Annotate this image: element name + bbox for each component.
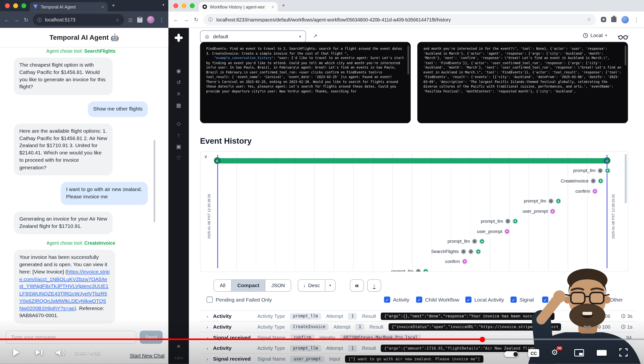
checkbox-unchecked[interactable] <box>206 297 213 303</box>
timeline-event[interactable]: prompt_llm ◆ <box>524 198 561 204</box>
forward-icon[interactable]: → <box>14 17 19 22</box>
event-completed-icon[interactable]: ◆ <box>479 238 485 244</box>
chat-transcript[interactable]: Agent chose tool: SearchFlights The chea… <box>0 47 168 329</box>
download-history-button[interactable]: ↓ <box>367 279 381 292</box>
timeline-event[interactable]: SearchFlights ◆ <box>431 248 481 255</box>
temporal-logo-icon[interactable] <box>175 34 183 42</box>
address-bar[interactable]: ⓘ localhost:5173 ☆ <box>33 14 124 25</box>
address-bar[interactable]: ⓘ localhost:8233/namespaces/default/work… <box>203 14 596 25</box>
upload-icon[interactable]: ↑ <box>177 132 180 138</box>
checkbox-checked[interactable]: ✓ <box>510 297 517 303</box>
workflow-input-panel[interactable]: FindEvents: Find an event to travel to 2… <box>200 42 411 123</box>
signal-marker-icon[interactable]: ◆ <box>504 228 510 234</box>
timeline-event[interactable]: user_prompt ◆ <box>522 208 555 214</box>
site-info-icon[interactable]: ⓘ <box>37 18 42 22</box>
schedules-clock-icon[interactable]: ↺ <box>176 80 181 85</box>
side-panel-icon[interactable]: ◫ <box>128 18 133 22</box>
event-scheduled-icon[interactable] <box>548 198 554 204</box>
sort-desc-button[interactable]: ↓ Desc <box>298 280 325 291</box>
filter-signal[interactable]: ✓ Signal <box>510 297 534 303</box>
sort-chevron-icon[interactable]: ▾ <box>325 280 335 291</box>
back-icon[interactable]: ← <box>174 17 179 22</box>
browser-tab-temporal-agent[interactable]: Temporal AI Agent × <box>30 2 108 12</box>
settings-gear-icon[interactable]: ⚙HD <box>551 348 558 357</box>
timeline-event[interactable]: confirm ◆ <box>445 258 468 264</box>
collapse-chevron-icon[interactable]: ∨ <box>204 154 208 159</box>
window-close-button[interactable] <box>174 3 178 8</box>
event-completed-icon[interactable]: ◆ <box>605 168 610 173</box>
window-close-button[interactable] <box>5 3 10 8</box>
feedback-heart-icon[interactable]: ♡ <box>176 155 181 160</box>
event-ids[interactable]: 99 100 <box>595 324 610 330</box>
filter-activity[interactable]: ✓ Activity <box>384 297 409 303</box>
row-expand-icon[interactable]: › <box>206 324 208 329</box>
event-completed-icon[interactable]: ◆ <box>512 218 518 224</box>
menu-kebab-icon[interactable]: ⋮ <box>159 17 164 22</box>
autoplay-toggle[interactable] <box>504 351 518 357</box>
play-icon[interactable] <box>12 348 20 357</box>
forward-icon[interactable]: → <box>184 17 189 22</box>
table-row[interactable]: › Activity Activity Type prompt_llm Atte… <box>200 310 636 321</box>
archive-icon[interactable]: ▦ <box>176 102 181 108</box>
workflow-result-panel[interactable]: and month you're interested in for the e… <box>418 42 628 123</box>
event-started-icon[interactable] <box>468 248 474 254</box>
panel-scrollbar[interactable] <box>625 46 626 66</box>
extensions-icon[interactable] <box>611 17 616 22</box>
volume-icon[interactable] <box>56 349 66 356</box>
event-scheduled-icon[interactable] <box>472 238 478 244</box>
bookmark-star-icon[interactable]: ☆ <box>116 18 119 22</box>
checkbox-checked[interactable]: ✓ <box>384 297 390 303</box>
filter-child-workflow[interactable]: ✓ Child Workflow <box>416 297 459 303</box>
timeline-event[interactable]: prompt_llm ◆ <box>448 238 485 244</box>
window-minimize-button[interactable] <box>13 3 18 8</box>
menu-kebab-icon[interactable]: ⋮ <box>634 17 639 22</box>
tab-close-icon[interactable]: × <box>272 5 274 9</box>
checkbox-checked[interactable]: ✓ <box>601 297 607 303</box>
theater-mode-icon[interactable] <box>596 350 607 356</box>
extensions-icon[interactable] <box>137 17 142 22</box>
event-scheduled-icon[interactable] <box>416 268 421 272</box>
checkbox-checked[interactable]: ✓ <box>466 297 472 303</box>
new-tab-button[interactable]: + <box>112 2 115 8</box>
invoice-link[interactable]: https://invoice.stripe.com/i/acct_1NBOLu… <box>19 269 110 311</box>
next-icon[interactable] <box>35 349 44 356</box>
event-scheduled-icon[interactable] <box>505 218 510 224</box>
profile-avatar[interactable] <box>621 16 629 23</box>
data-encoder-glasses-icon[interactable] <box>618 34 628 40</box>
table-row[interactable]: › Activity Activity Type CreateInvoice A… <box>200 321 636 332</box>
window-zoom-button[interactable] <box>22 3 26 8</box>
progress-scrubber[interactable] <box>480 337 485 342</box>
url-text[interactable]: localhost:8233/namespaces/default/workfl… <box>216 17 583 22</box>
filter-other[interactable]: ✓ Other <box>601 297 623 303</box>
fullscreen-icon[interactable] <box>619 348 628 357</box>
url-text[interactable]: localhost:5173 <box>45 17 112 22</box>
batch-layers-icon[interactable]: ≡ <box>177 91 180 96</box>
captions-button[interactable]: CC <box>528 349 539 357</box>
window-zoom-button[interactable] <box>190 3 195 8</box>
checkbox-checked[interactable]: ✓ <box>542 297 548 303</box>
signal-marker-icon[interactable]: ◆ <box>550 208 555 214</box>
filter-timer[interactable]: ✓ Timer <box>542 297 564 303</box>
workflow-duration-bar[interactable] <box>217 158 607 164</box>
tab-search-icon[interactable]: ▾ <box>162 3 164 7</box>
labs-image-icon[interactable]: ▣ <box>176 144 181 149</box>
timeline-event[interactable]: CreateInvoice ◆ <box>560 177 603 184</box>
event-completed-icon[interactable]: ◆ <box>476 248 481 254</box>
table-row[interactable]: › Signal received Signal Name confirm Id… <box>200 332 636 342</box>
send-button[interactable]: Send <box>140 330 162 344</box>
timeline-event[interactable]: prompt_llm ◆ <box>573 167 610 174</box>
checkbox-checked[interactable]: ✓ <box>416 297 422 303</box>
event-ids[interactable]: 105 106 <box>592 313 610 319</box>
codec-cube-icon[interactable]: ◇ <box>176 121 181 126</box>
timeline-event[interactable]: prompt_llm ◆ <box>391 268 428 272</box>
event-scheduled-icon[interactable] <box>461 248 466 254</box>
pinned-extension-icon[interactable] <box>601 17 606 22</box>
window-minimize-button[interactable] <box>182 3 186 8</box>
miniplayer-icon[interactable] <box>574 349 584 356</box>
new-tab-button[interactable]: + <box>282 2 285 8</box>
chat-scrollbar[interactable] <box>154 140 156 222</box>
event-completed-icon[interactable]: ◆ <box>556 198 561 204</box>
event-scheduled-icon[interactable] <box>590 178 596 184</box>
timeline-scrollbar[interactable] <box>625 154 627 203</box>
site-info-icon[interactable]: ⓘ <box>208 17 213 22</box>
